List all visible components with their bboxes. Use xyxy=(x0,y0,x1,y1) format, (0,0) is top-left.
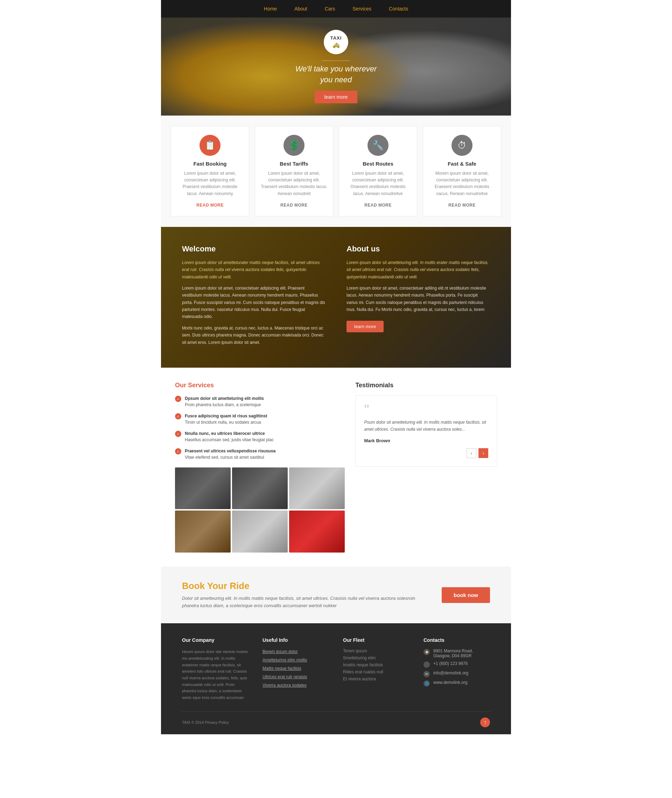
testimonial-navigation: ‹ › xyxy=(364,448,488,458)
service-item-desc-3: Hasellus accumsan sed, justis vitae feug… xyxy=(185,437,274,443)
car-image-5 xyxy=(232,511,288,552)
footer-fleet-title: Our Fleet xyxy=(343,637,410,643)
service-item-title-3: Nnulla nunc, eu ultrices liberocer ultri… xyxy=(185,430,274,437)
testimonials-title: Testimonials xyxy=(355,382,497,389)
footer-contacts-title: Contacts xyxy=(424,637,490,643)
about-intro: Lorem ipsum dolor sit ametteturing elit.… xyxy=(347,259,490,280)
taxi-logo: TAXI 🚕 xyxy=(324,30,348,54)
footer-link-5: Viverra auctora sodales xyxy=(262,682,329,688)
address-icon: 🏠 xyxy=(424,649,430,655)
car-thumb-1 xyxy=(175,468,230,509)
about-learn-more-button[interactable]: learn more xyxy=(347,321,384,332)
nav-about[interactable]: About xyxy=(291,4,311,13)
nav-services[interactable]: Services xyxy=(349,4,375,13)
logo-text: TAXI xyxy=(330,35,342,41)
routes-icon: 🔧 xyxy=(368,135,389,156)
taxi-car-icon: 🚕 xyxy=(332,41,340,48)
feature-desc-2: Lorem ipsum dolor sit amet, consectetuer… xyxy=(261,170,327,197)
book-section: Book Your Ride Dolor sit ametteuring eli… xyxy=(161,567,511,623)
footer-bottom: TAXI © 2014 Privacy Policy ↑ xyxy=(182,711,490,727)
service-item-desc-4: Vitae eleifend sed, cursus sit amet sast… xyxy=(185,454,275,460)
service-item-2: ✓ Fusce adipiscing quam id risus sagitti… xyxy=(175,413,345,425)
testimonial-next-button[interactable]: › xyxy=(478,448,488,458)
footer-company-col: Our Company Herem ipsum dolor site stert… xyxy=(182,637,248,701)
footer-fleet-list: Terem ipsum Smetteturing elim Imattis ne… xyxy=(343,649,410,681)
footer-useful-info-col: Useful Info Berem ipsum dolor Ametteturi… xyxy=(262,637,329,701)
footer-useful-info-title: Useful Info xyxy=(262,637,329,643)
hero-tagline: We'll take you wherever you need xyxy=(295,64,377,85)
feature-title-4: Fast & Safe xyxy=(429,161,495,167)
car-image-6 xyxy=(289,511,345,552)
car-thumb-3 xyxy=(289,468,345,509)
nav-cars[interactable]: Cars xyxy=(321,4,339,13)
contact-address: 🏠 8901 Marmora Road, Glasgow, D04 89GR xyxy=(424,649,490,658)
feature-title-3: Best Routes xyxy=(345,161,411,167)
tagline-line1: We'll take you wherever xyxy=(295,64,377,75)
testimonial-box: " Psum dolor sit ametteturing elit. In m… xyxy=(355,395,497,467)
service-item-title-1: Dpsum dolor sit ametteturing elit mollis xyxy=(185,395,264,402)
read-more-1[interactable]: READ MORE xyxy=(196,203,224,208)
phone-icon: 📞 xyxy=(424,662,430,668)
testimonials-col: Testimonials " Psum dolor sit ametteturi… xyxy=(355,382,497,553)
service-check-1: ✓ xyxy=(175,396,181,402)
book-desc: Dolor sit ametteuring elit. In mollis ma… xyxy=(182,595,428,610)
car-image-4 xyxy=(175,511,230,552)
read-more-3[interactable]: READ MORE xyxy=(364,203,392,208)
copyright-text: TAXI © 2014 Privacy Policy xyxy=(182,720,229,724)
tagline-line2: you need xyxy=(295,75,377,85)
welcome-body1: Lorem ipsum dolor sit amet, consectetuer… xyxy=(182,285,325,320)
welcome-title: Welcome xyxy=(182,244,325,253)
services-section: Our Services ✓ Dpsum dolor sit amettetur… xyxy=(161,368,511,567)
feature-best-tariffs: 💲 Best Tariffs Lorem ipsum dolor sit ame… xyxy=(255,126,333,216)
contact-email: ✉ info@demolink.org xyxy=(424,671,490,677)
about-section: Welcome Lorem ipsum dolor sit amettetura… xyxy=(161,227,511,368)
main-nav: Home About Cars Services Contacts xyxy=(161,0,511,18)
fleet-item-2: Smetteturing elim xyxy=(343,655,410,660)
read-more-2[interactable]: READ MORE xyxy=(280,203,308,208)
car-thumb-2 xyxy=(232,468,288,509)
read-more-4[interactable]: READ MORE xyxy=(448,203,476,208)
footer: Our Company Herem ipsum dolor site stert… xyxy=(161,623,511,734)
footer-fleet-col: Our Fleet Terem ipsum Smetteturing elim … xyxy=(343,637,410,701)
back-to-top-button[interactable]: ↑ xyxy=(480,718,490,727)
service-check-4: ✓ xyxy=(175,448,181,455)
feature-title-1: Fast Booking xyxy=(177,161,243,167)
about-title: About us xyxy=(347,244,490,253)
contact-address-text: 8901 Marmora Road, Glasgow, D04 89GR xyxy=(433,649,490,658)
fast-booking-icon: 📋 xyxy=(200,135,221,156)
contact-email-text: info@demolink.org xyxy=(433,671,468,675)
service-item-4: ✓ Praesent vel ultrices velluspendisse r… xyxy=(175,448,345,460)
feature-desc-1: Lorem ipsum dolor sit amet, consectetuer… xyxy=(177,170,243,197)
footer-link-3: Mattis neque facilisis xyxy=(262,665,329,671)
footer-link-2: Ametteturing elim mollis xyxy=(262,657,329,662)
service-item-1: ✓ Dpsum dolor sit ametteturing elit moll… xyxy=(175,395,345,408)
service-item-desc-2: Tiroin ut tincidunt nulla, eu sodales ar… xyxy=(185,419,267,425)
footer-company-title: Our Company xyxy=(182,637,248,643)
service-item-desc-1: Proin pharetra luctus diam, a scelerisqu… xyxy=(185,402,264,408)
service-item-3: ✓ Nnulla nunc, eu ultrices liberocer ult… xyxy=(175,430,345,443)
car-thumb-6 xyxy=(289,511,345,552)
service-check-3: ✓ xyxy=(175,431,181,437)
footer-columns: Our Company Herem ipsum dolor site stert… xyxy=(182,637,490,701)
services-title: Our Services xyxy=(175,382,345,389)
feature-desc-3: Lorem ipsum dolor sit amet, consectetuer… xyxy=(345,170,411,197)
about-col: About us Lorem ipsum dolor sit amettetur… xyxy=(347,244,490,350)
car-image-3 xyxy=(289,468,345,509)
nav-contacts[interactable]: Contacts xyxy=(386,4,411,13)
services-left: Our Services ✓ Dpsum dolor sit amettetur… xyxy=(175,382,345,553)
globe-icon: 🌐 xyxy=(424,680,430,687)
service-check-2: ✓ xyxy=(175,413,181,420)
testimonial-prev-button[interactable]: ‹ xyxy=(467,448,476,458)
fleet-item-4: Rides erat ruaisis null xyxy=(343,670,410,675)
safe-icon: ⏱ xyxy=(451,135,472,156)
hero-cta-button[interactable]: learn more xyxy=(315,91,358,103)
car-thumb-4 xyxy=(175,511,230,552)
feature-title-2: Best Tariffs xyxy=(261,161,327,167)
testimonial-author: Mark Brown xyxy=(364,438,488,443)
nav-home[interactable]: Home xyxy=(261,4,280,13)
book-title: Book Your Ride xyxy=(182,580,428,591)
footer-link-4: Ultrices erat rutr reraisis xyxy=(262,674,329,679)
book-now-button[interactable]: book now xyxy=(442,587,490,603)
service-item-title-4: Praesent vel ultrices velluspendisse ris… xyxy=(185,448,275,454)
book-text: Book Your Ride Dolor sit ametteuring eli… xyxy=(182,580,428,610)
